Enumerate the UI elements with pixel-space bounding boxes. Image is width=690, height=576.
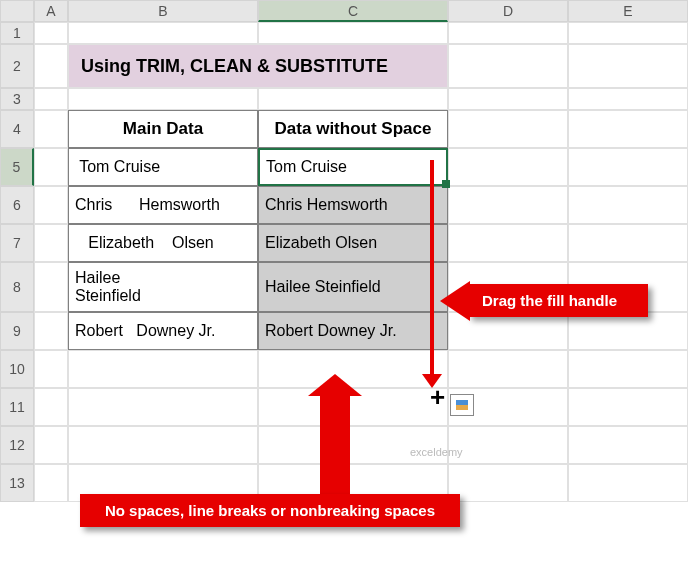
cell-a13[interactable] xyxy=(34,464,68,502)
cell-e13[interactable] xyxy=(568,464,688,502)
cell-b12[interactable] xyxy=(68,426,258,464)
cell-b11[interactable] xyxy=(68,388,258,426)
cell-c3[interactable] xyxy=(258,88,448,110)
cell-a9[interactable] xyxy=(34,312,68,350)
cell-d1[interactable] xyxy=(448,22,568,44)
cell-b9[interactable]: Robert Downey Jr. xyxy=(68,312,258,350)
fill-cursor-icon: + xyxy=(430,384,445,410)
cell-d10[interactable] xyxy=(448,350,568,388)
cell-d12[interactable] xyxy=(448,426,568,464)
cell-a2[interactable] xyxy=(34,44,68,88)
cell-a11[interactable] xyxy=(34,388,68,426)
row-header-9[interactable]: 9 xyxy=(0,312,34,350)
drag-arrow-line xyxy=(430,160,434,380)
cell-a7[interactable] xyxy=(34,224,68,262)
column-arrow-annotation xyxy=(320,394,350,494)
callout-drag: Drag the fill handle xyxy=(468,284,648,317)
row-header-1[interactable]: 1 xyxy=(0,22,34,44)
cell-d5[interactable] xyxy=(448,148,568,186)
cell-c6[interactable]: Chris Hemsworth xyxy=(258,186,448,224)
row-header-13[interactable]: 13 xyxy=(0,464,34,502)
cell-e1[interactable] xyxy=(568,22,688,44)
cell-d13[interactable] xyxy=(448,464,568,502)
fill-handle[interactable] xyxy=(442,180,450,188)
row-header-7[interactable]: 7 xyxy=(0,224,34,262)
cell-a5[interactable] xyxy=(34,148,68,186)
cell-b8[interactable]: Hailee Steinfield xyxy=(68,262,258,312)
cell-d3[interactable] xyxy=(448,88,568,110)
col-header-e[interactable]: E xyxy=(568,0,688,22)
cell-b7[interactable]: Elizabeth Olsen xyxy=(68,224,258,262)
cell-a10[interactable] xyxy=(34,350,68,388)
cell-e7[interactable] xyxy=(568,224,688,262)
cell-d6[interactable] xyxy=(448,186,568,224)
cell-e12[interactable] xyxy=(568,426,688,464)
autofill-options-icon[interactable] xyxy=(450,394,474,416)
cell-d4[interactable] xyxy=(448,110,568,148)
row-header-6[interactable]: 6 xyxy=(0,186,34,224)
row-header-4[interactable]: 4 xyxy=(0,110,34,148)
header-main-data[interactable]: Main Data xyxy=(68,110,258,148)
cell-b1[interactable] xyxy=(68,22,258,44)
cell-b5[interactable]: Tom Cruise xyxy=(68,148,258,186)
cell-e11[interactable] xyxy=(568,388,688,426)
cell-e10[interactable] xyxy=(568,350,688,388)
cell-a3[interactable] xyxy=(34,88,68,110)
header-result[interactable]: Data without Space xyxy=(258,110,448,148)
col-header-a[interactable]: A xyxy=(34,0,68,22)
col-header-d[interactable]: D xyxy=(448,0,568,22)
cell-e6[interactable] xyxy=(568,186,688,224)
select-all-corner[interactable] xyxy=(0,0,34,22)
cell-b3[interactable] xyxy=(68,88,258,110)
cell-a6[interactable] xyxy=(34,186,68,224)
cell-a1[interactable] xyxy=(34,22,68,44)
cell-d2[interactable] xyxy=(448,44,568,88)
row-header-10[interactable]: 10 xyxy=(0,350,34,388)
col-header-c[interactable]: C xyxy=(258,0,448,22)
row-header-2[interactable]: 2 xyxy=(0,44,34,88)
callout-nospaces: No spaces, line breaks or nonbreaking sp… xyxy=(80,494,460,527)
cell-e4[interactable] xyxy=(568,110,688,148)
row-header-3[interactable]: 3 xyxy=(0,88,34,110)
cell-b6[interactable]: Chris Hemsworth xyxy=(68,186,258,224)
cell-c5-value: Tom Cruise xyxy=(266,158,347,176)
cell-c1[interactable] xyxy=(258,22,448,44)
title-cell[interactable]: Using TRIM, CLEAN & SUBSTITUTE xyxy=(68,44,448,88)
row-header-11[interactable]: 11 xyxy=(0,388,34,426)
cell-c8[interactable]: Hailee Steinfield xyxy=(258,262,448,312)
cell-a12[interactable] xyxy=(34,426,68,464)
col-header-b[interactable]: B xyxy=(68,0,258,22)
cell-c7[interactable]: Elizabeth Olsen xyxy=(258,224,448,262)
cell-a8[interactable] xyxy=(34,262,68,312)
cell-c9[interactable]: Robert Downey Jr. xyxy=(258,312,448,350)
cell-e3[interactable] xyxy=(568,88,688,110)
row-header-8[interactable]: 8 xyxy=(0,262,34,312)
cell-e5[interactable] xyxy=(568,148,688,186)
cell-d7[interactable] xyxy=(448,224,568,262)
row-header-5[interactable]: 5 xyxy=(0,148,34,186)
cell-e9[interactable] xyxy=(568,312,688,350)
cell-a4[interactable] xyxy=(34,110,68,148)
row-header-12[interactable]: 12 xyxy=(0,426,34,464)
cell-c12[interactable] xyxy=(258,426,448,464)
cell-e2[interactable] xyxy=(568,44,688,88)
cell-b10[interactable] xyxy=(68,350,258,388)
cell-c5-selected[interactable]: Tom Cruise xyxy=(258,148,448,186)
watermark-text: exceldemy xyxy=(410,446,463,458)
